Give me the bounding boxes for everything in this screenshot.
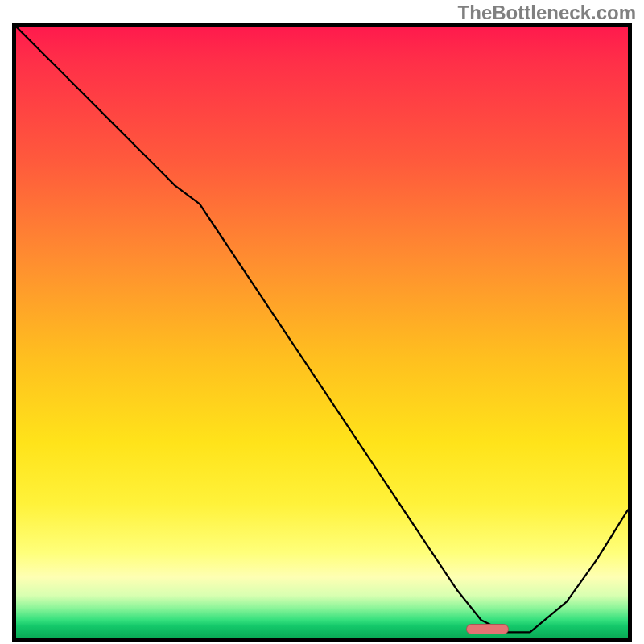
plot-border xyxy=(12,23,632,642)
curve-svg xyxy=(16,27,628,638)
bottleneck-marker xyxy=(466,624,509,635)
chart-frame: TheBottleneck.com xyxy=(0,0,644,644)
plot-area xyxy=(16,27,628,638)
curve-path xyxy=(16,27,628,632)
watermark-text: TheBottleneck.com xyxy=(458,2,636,24)
